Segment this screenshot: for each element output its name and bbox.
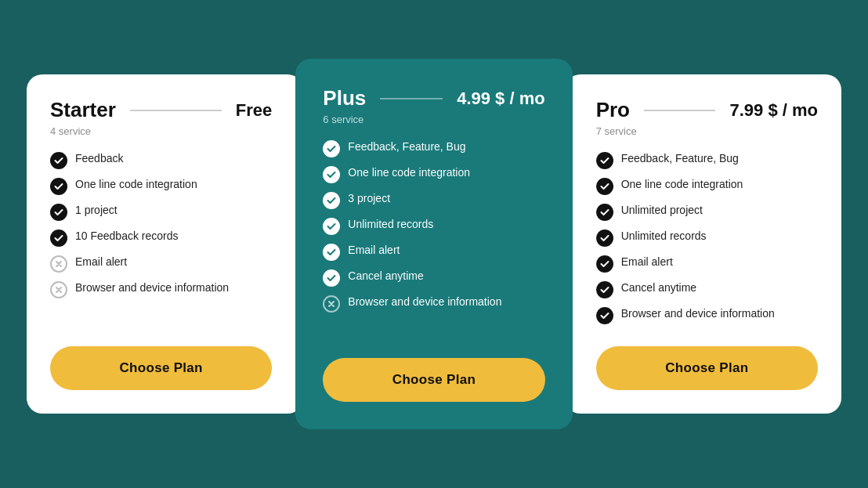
- list-item: Unlimited records: [596, 229, 818, 247]
- plan-divider: [130, 110, 222, 111]
- check-icon: [50, 178, 67, 195]
- feature-text: Email alert: [621, 255, 673, 270]
- choose-plan-button[interactable]: Choose Plan: [596, 346, 818, 390]
- check-icon: [596, 204, 613, 221]
- feature-text: Unlimited records: [348, 217, 433, 233]
- feature-text: Email alert: [75, 255, 127, 270]
- list-item: Unlimited records: [323, 217, 544, 235]
- list-item: Feedback, Feature, Bug: [596, 151, 818, 169]
- choose-plan-button[interactable]: Choose Plan: [323, 358, 544, 402]
- feature-text: Unlimited project: [621, 203, 703, 219]
- check-icon: [323, 218, 340, 235]
- feature-text: Browser and device information: [348, 295, 501, 310]
- feature-text: 1 project: [75, 203, 118, 219]
- plan-features: FeedbackOne line code integration1 proje…: [50, 151, 272, 324]
- list-item: Unlimited project: [596, 203, 818, 221]
- list-item: Browser and device information: [596, 306, 818, 324]
- list-item: Feedback, Feature, Bug: [323, 139, 544, 157]
- plan-header: Pro7.99 $ / mo: [596, 98, 818, 122]
- feature-text: Cancel anytime: [348, 269, 424, 284]
- plan-divider: [380, 98, 443, 99]
- list-item: Browser and device information: [50, 280, 272, 298]
- cross-icon: [50, 255, 67, 273]
- check-icon: [50, 204, 67, 221]
- check-icon: [50, 230, 67, 247]
- list-item: Email alert: [50, 255, 272, 273]
- plan-divider: [644, 110, 715, 111]
- check-icon: [323, 269, 340, 287]
- check-icon: [596, 230, 613, 247]
- plan-service-count: 6 service: [323, 114, 544, 125]
- feature-text: Feedback, Feature, Bug: [621, 151, 739, 167]
- feature-text: Feedback, Feature, Bug: [348, 139, 465, 155]
- check-icon: [596, 152, 613, 169]
- feature-text: Email alert: [348, 243, 400, 258]
- feature-text: Browser and device information: [621, 306, 775, 322]
- check-icon: [323, 244, 340, 261]
- list-item: 10 Feedback records: [50, 229, 272, 247]
- check-icon: [50, 152, 67, 169]
- plan-header: Plus4.99 $ / mo: [323, 86, 544, 110]
- plan-name: Pro: [596, 98, 630, 122]
- feature-text: Cancel anytime: [621, 280, 697, 296]
- list-item: 3 project: [323, 191, 544, 209]
- cross-icon: [50, 281, 67, 298]
- check-icon: [323, 192, 340, 209]
- feature-text: 10 Feedback records: [75, 229, 179, 244]
- check-icon: [323, 166, 340, 183]
- list-item: One line code integration: [323, 165, 544, 183]
- plan-features: Feedback, Feature, BugOne line code inte…: [596, 151, 818, 324]
- cross-icon: [323, 295, 340, 313]
- list-item: Feedback: [50, 151, 272, 169]
- plan-price: Free: [236, 100, 272, 121]
- plan-card-pro: Pro7.99 $ / mo7 serviceFeedback, Feature…: [565, 74, 841, 414]
- list-item: One line code integration: [50, 177, 272, 195]
- plan-card-starter: StarterFree4 serviceFeedbackOne line cod…: [27, 74, 303, 414]
- check-icon: [323, 140, 340, 157]
- list-item: One line code integration: [596, 177, 818, 195]
- check-icon: [596, 281, 613, 298]
- plan-name: Starter: [50, 98, 116, 122]
- plan-features: Feedback, Feature, BugOne line code inte…: [323, 139, 544, 336]
- list-item: 1 project: [50, 203, 272, 221]
- choose-plan-button[interactable]: Choose Plan: [50, 346, 272, 390]
- check-icon: [596, 307, 613, 324]
- feature-text: One line code integration: [621, 177, 743, 193]
- feature-text: Browser and device information: [75, 280, 229, 296]
- plans-container: StarterFree4 serviceFeedbackOne line cod…: [11, 35, 857, 453]
- feature-text: Unlimited records: [621, 229, 707, 244]
- list-item: Cancel anytime: [323, 269, 544, 287]
- plan-service-count: 7 service: [596, 125, 818, 137]
- plan-price: 4.99 $ / mo: [457, 89, 545, 109]
- feature-text: 3 project: [348, 191, 390, 207]
- check-icon: [596, 255, 613, 273]
- plan-card-plus: Plus4.99 $ / mo6 serviceFeedback, Featur…: [295, 59, 572, 429]
- list-item: Email alert: [596, 255, 818, 273]
- plan-service-count: 4 service: [50, 125, 272, 137]
- plan-header: StarterFree: [50, 98, 272, 122]
- list-item: Browser and device information: [323, 295, 544, 313]
- plan-price: 7.99 $ / mo: [729, 100, 818, 121]
- list-item: Cancel anytime: [596, 280, 818, 298]
- check-icon: [596, 178, 613, 195]
- feature-text: One line code integration: [75, 177, 197, 193]
- feature-text: Feedback: [75, 151, 123, 167]
- plan-name: Plus: [323, 86, 366, 110]
- list-item: Email alert: [323, 243, 544, 261]
- feature-text: One line code integration: [348, 165, 470, 181]
